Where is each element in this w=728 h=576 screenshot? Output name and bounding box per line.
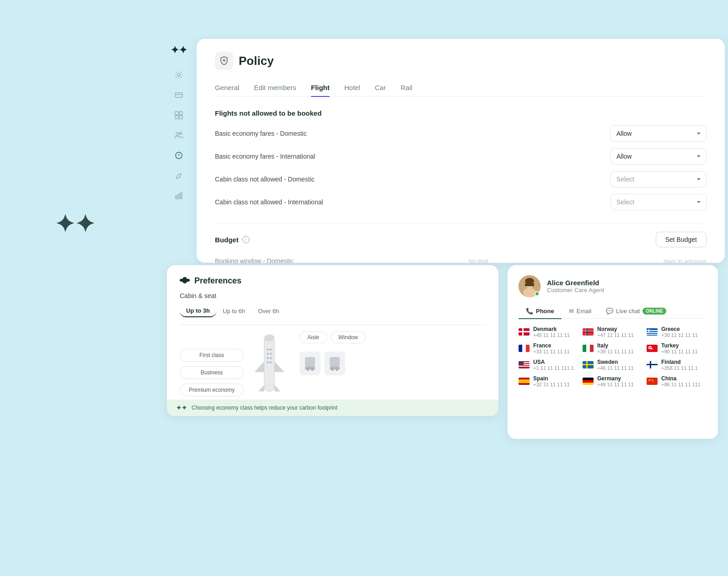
seat-icon-1: [300, 352, 321, 375]
denmark-phone: +45 11 11 11 11: [533, 332, 570, 338]
policy-tabs: General Edit members Flight Hotel Car Ra…: [215, 80, 707, 96]
china-phone: +86 11 11 11 111: [661, 382, 701, 387]
norway-phone: +47 11 11 11 11: [597, 332, 634, 338]
flights-section-title: Flights not allowed to be booked: [215, 109, 707, 117]
cabin-domestic-select[interactable]: Select First class Business Premium econ…: [610, 171, 707, 187]
budget-info-icon[interactable]: i: [242, 236, 250, 243]
flag-usa: [519, 361, 530, 368]
svg-rect-16: [264, 336, 275, 391]
svg-rect-30: [330, 357, 340, 366]
country-spain: Spain +32 11 11 11 11: [519, 375, 579, 387]
greece-phone: +30 11 11 11 11: [661, 332, 698, 338]
flag-finland: [647, 361, 658, 368]
flag-france: [519, 345, 530, 352]
svg-rect-15: [182, 277, 187, 283]
aisle-seat-btn[interactable]: Aisle: [300, 331, 327, 343]
germany-name: Germany: [597, 375, 634, 382]
tab-edit-members[interactable]: Edit members: [254, 80, 296, 96]
flag-china: ★ ★ ★: [647, 378, 658, 385]
chart-icon[interactable]: [174, 191, 184, 201]
card-icon[interactable]: [174, 90, 184, 100]
domestic-fares-select[interactable]: Allow Warn Block: [610, 125, 707, 142]
usa-name: USA: [533, 359, 574, 365]
policy-shield-icon: [215, 52, 233, 70]
budget-section: Budget i Set Budget: [215, 223, 707, 247]
contact-tab-livechat[interactable]: 💬 Live chat ONLINE: [599, 304, 674, 318]
svg-rect-3: [175, 112, 178, 115]
flag-denmark: [519, 328, 530, 336]
window-seat-btn[interactable]: Window: [331, 331, 366, 343]
budget-label: Budget: [215, 236, 239, 244]
france-info: France +33 11 11 11 11: [533, 342, 570, 354]
tab-general[interactable]: General: [215, 80, 239, 96]
svg-rect-27: [305, 366, 315, 370]
cabin-first-class[interactable]: First class: [180, 349, 244, 362]
online-badge: ONLINE: [642, 308, 666, 315]
greece-name: Greece: [661, 326, 698, 332]
customer-care-card: Alice Greenfield Customer Care Agent 📞 P…: [508, 265, 718, 439]
eco-icon: ✦✦: [176, 404, 187, 411]
svg-rect-6: [179, 116, 182, 119]
contact-tab-phone[interactable]: 📞 Phone: [519, 304, 562, 318]
svg-rect-11: [178, 194, 180, 199]
duration-tab-over6h[interactable]: Over 6h: [252, 305, 285, 317]
usa-phone: +1 11 11 11 111.1: [533, 365, 574, 371]
svg-rect-32: [332, 368, 333, 371]
svg-point-37: [525, 278, 534, 284]
svg-rect-38: [525, 283, 534, 286]
country-germany: Germany +49 11 11 11 11: [583, 375, 643, 387]
denmark-name: Denmark: [533, 326, 570, 332]
country-italy: Italy +39 11 11 11 11: [583, 342, 643, 354]
cabin-premium-economy[interactable]: Premium economy: [180, 384, 244, 396]
flag-spain: [519, 378, 530, 385]
settings-icon[interactable]: [174, 70, 184, 80]
sweden-info: Sweden +46 11 11 11 11: [597, 359, 634, 371]
countries-grid: Denmark +45 11 11 11 11 Norway +47 11 11…: [519, 326, 707, 387]
tab-flight[interactable]: Flight: [311, 80, 330, 96]
cabin-business[interactable]: Business: [180, 366, 244, 379]
country-france: France +33 11 11 11 11: [519, 342, 579, 354]
plane-visual: [251, 331, 292, 395]
tab-hotel[interactable]: Hotel: [344, 80, 360, 96]
svg-rect-5: [175, 116, 178, 119]
team-icon[interactable]: [174, 130, 184, 140]
duration-tab-3h[interactable]: Up to 3h: [180, 305, 216, 317]
agent-row: Alice Greenfield Customer Care Agent: [519, 275, 707, 297]
policy-card: Policy General Edit members Flight Hotel…: [197, 39, 725, 263]
seat-icon-2: [324, 352, 345, 375]
tab-car[interactable]: Car: [375, 80, 386, 96]
leaf-icon[interactable]: [174, 171, 184, 181]
svg-point-0: [177, 74, 180, 76]
svg-rect-24: [267, 362, 269, 363]
agent-info: Alice Greenfield Customer Care Agent: [547, 279, 604, 293]
booking-no-limit: No limit: [469, 258, 488, 263]
avatar-wrap: [519, 275, 541, 297]
tab-rail[interactable]: Rail: [401, 80, 412, 96]
svg-point-8: [180, 133, 182, 135]
flag-norway: [583, 328, 594, 336]
duration-tabs: Up to 3h Up to 6h Over 6h: [180, 305, 486, 317]
preferences-card: Preferences Cabin & seat Up to 3h Up to …: [167, 265, 498, 416]
international-fares-select[interactable]: Allow Warn Block: [610, 148, 707, 165]
watermark-logo: ✦✦: [55, 210, 95, 238]
grid-icon[interactable]: [174, 110, 184, 120]
policy-row-international: Basic economy fares - International Allo…: [215, 148, 707, 165]
svg-rect-22: [267, 357, 269, 359]
cabin-international-select[interactable]: Select First class Business Premium econ…: [610, 194, 707, 210]
seat-type-row: Aisle Window: [300, 331, 366, 343]
contact-tab-email[interactable]: ✉ Email: [562, 304, 599, 318]
email-icon: ✉: [569, 308, 574, 315]
cabin-seat-subtitle: Cabin & seat: [180, 292, 486, 299]
svg-rect-29: [311, 368, 313, 371]
svg-point-17: [264, 335, 275, 341]
policy-icon[interactable]: [174, 150, 184, 160]
booking-days-advance: days in advance: [664, 258, 707, 263]
svg-rect-33: [336, 368, 338, 371]
usa-info: USA +1 11 11 11 111.1: [533, 359, 574, 371]
set-budget-button[interactable]: Set Budget: [656, 232, 707, 247]
chat-icon: 💬: [606, 308, 613, 315]
svg-point-7: [176, 133, 179, 135]
duration-tab-6h[interactable]: Up to 6h: [216, 305, 252, 317]
greece-info: Greece +30 11 11 11 11: [661, 326, 698, 338]
preferences-title: Preferences: [194, 276, 241, 286]
